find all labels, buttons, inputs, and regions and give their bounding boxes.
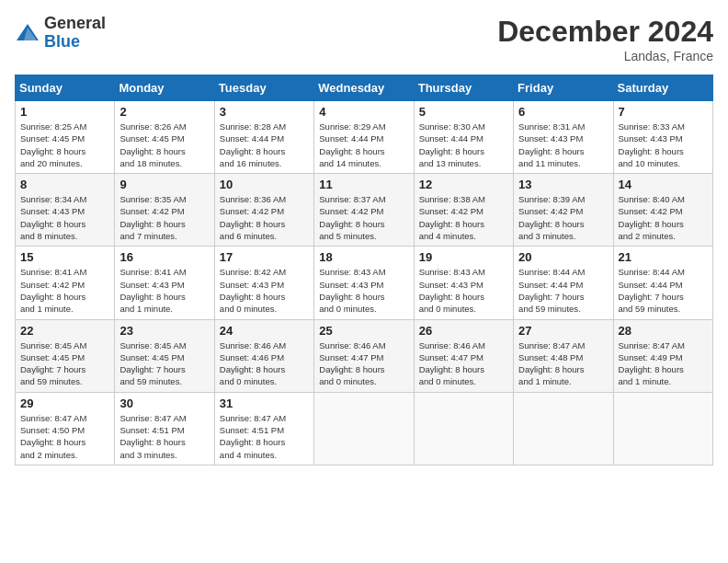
calendar-cell: 16Sunrise: 8:41 AM Sunset: 4:43 PM Dayli… bbox=[115, 247, 214, 319]
day-info: Sunrise: 8:26 AM Sunset: 4:45 PM Dayligh… bbox=[119, 121, 209, 169]
day-info: Sunrise: 8:43 AM Sunset: 4:43 PM Dayligh… bbox=[419, 266, 508, 315]
day-number: 27 bbox=[518, 324, 608, 338]
calendar-cell: 6Sunrise: 8:31 AM Sunset: 4:43 PM Daylig… bbox=[514, 101, 613, 174]
day-number: 28 bbox=[619, 324, 708, 338]
day-info: Sunrise: 8:45 AM Sunset: 4:45 PM Dayligh… bbox=[119, 339, 209, 388]
day-info: Sunrise: 8:46 AM Sunset: 4:47 PM Dayligh… bbox=[419, 339, 508, 388]
day-number: 12 bbox=[419, 178, 508, 191]
day-info: Sunrise: 8:46 AM Sunset: 4:46 PM Dayligh… bbox=[220, 339, 309, 388]
day-info: Sunrise: 8:45 AM Sunset: 4:45 PM Dayligh… bbox=[20, 339, 109, 388]
day-info: Sunrise: 8:47 AM Sunset: 4:51 PM Dayligh… bbox=[119, 412, 209, 461]
weekday-header-wednesday: Wednesday bbox=[314, 75, 414, 101]
day-number: 13 bbox=[518, 178, 608, 191]
calendar-cell: 17Sunrise: 8:42 AM Sunset: 4:43 PM Dayli… bbox=[214, 247, 313, 319]
day-info: Sunrise: 8:47 AM Sunset: 4:48 PM Dayligh… bbox=[518, 339, 608, 388]
calendar-cell: 8Sunrise: 8:34 AM Sunset: 4:43 PM Daylig… bbox=[16, 174, 115, 247]
weekday-header-friday: Friday bbox=[514, 75, 613, 101]
week-row-3: 15Sunrise: 8:41 AM Sunset: 4:42 PM Dayli… bbox=[16, 247, 713, 319]
weekday-header-row: SundayMondayTuesdayWednesdayThursdayFrid… bbox=[16, 75, 713, 101]
day-number: 20 bbox=[518, 250, 608, 264]
calendar-cell: 15Sunrise: 8:41 AM Sunset: 4:42 PM Dayli… bbox=[16, 247, 115, 319]
weekday-header-thursday: Thursday bbox=[414, 75, 513, 101]
day-info: Sunrise: 8:40 AM Sunset: 4:42 PM Dayligh… bbox=[619, 193, 708, 242]
weekday-header-monday: Monday bbox=[115, 75, 214, 101]
day-number: 25 bbox=[319, 324, 408, 338]
day-info: Sunrise: 8:37 AM Sunset: 4:42 PM Dayligh… bbox=[319, 193, 408, 242]
calendar-cell: 29Sunrise: 8:47 AM Sunset: 4:50 PM Dayli… bbox=[16, 392, 115, 465]
calendar-cell: 18Sunrise: 8:43 AM Sunset: 4:43 PM Dayli… bbox=[314, 247, 414, 319]
logo: General Blue bbox=[15, 15, 106, 52]
day-number: 17 bbox=[220, 250, 309, 264]
week-row-4: 22Sunrise: 8:45 AM Sunset: 4:45 PM Dayli… bbox=[16, 319, 713, 392]
calendar-cell: 25Sunrise: 8:46 AM Sunset: 4:47 PM Dayli… bbox=[314, 319, 414, 392]
calendar-cell: 11Sunrise: 8:37 AM Sunset: 4:42 PM Dayli… bbox=[314, 174, 414, 247]
calendar-cell bbox=[414, 392, 513, 465]
day-info: Sunrise: 8:31 AM Sunset: 4:43 PM Dayligh… bbox=[518, 121, 608, 169]
calendar-cell: 20Sunrise: 8:44 AM Sunset: 4:44 PM Dayli… bbox=[514, 247, 613, 319]
calendar-cell: 31Sunrise: 8:47 AM Sunset: 4:51 PM Dayli… bbox=[214, 392, 313, 465]
week-row-1: 1Sunrise: 8:25 AM Sunset: 4:45 PM Daylig… bbox=[16, 101, 713, 174]
day-number: 7 bbox=[619, 105, 708, 119]
calendar-cell: 7Sunrise: 8:33 AM Sunset: 4:43 PM Daylig… bbox=[613, 101, 712, 174]
day-number: 8 bbox=[20, 178, 109, 191]
calendar-cell bbox=[514, 392, 613, 465]
day-number: 30 bbox=[119, 396, 209, 410]
day-info: Sunrise: 8:44 AM Sunset: 4:44 PM Dayligh… bbox=[518, 266, 608, 315]
day-info: Sunrise: 8:47 AM Sunset: 4:50 PM Dayligh… bbox=[20, 412, 109, 461]
day-number: 1 bbox=[20, 105, 109, 119]
calendar-cell: 14Sunrise: 8:40 AM Sunset: 4:42 PM Dayli… bbox=[613, 174, 712, 247]
day-info: Sunrise: 8:35 AM Sunset: 4:42 PM Dayligh… bbox=[119, 193, 209, 242]
calendar-cell: 9Sunrise: 8:35 AM Sunset: 4:42 PM Daylig… bbox=[115, 174, 214, 247]
logo-icon bbox=[15, 20, 40, 46]
day-number: 18 bbox=[319, 250, 408, 264]
day-number: 26 bbox=[419, 324, 508, 338]
calendar-cell: 22Sunrise: 8:45 AM Sunset: 4:45 PM Dayli… bbox=[16, 319, 115, 392]
day-number: 11 bbox=[319, 178, 408, 191]
calendar-cell bbox=[314, 392, 414, 465]
calendar-cell: 26Sunrise: 8:46 AM Sunset: 4:47 PM Dayli… bbox=[414, 319, 513, 392]
logo-text: General Blue bbox=[44, 15, 106, 52]
day-number: 24 bbox=[220, 324, 309, 338]
calendar-cell: 5Sunrise: 8:30 AM Sunset: 4:44 PM Daylig… bbox=[414, 101, 513, 174]
day-info: Sunrise: 8:44 AM Sunset: 4:44 PM Dayligh… bbox=[619, 266, 708, 315]
calendar-table: SundayMondayTuesdayWednesdayThursdayFrid… bbox=[15, 75, 713, 465]
weekday-header-saturday: Saturday bbox=[613, 75, 712, 101]
calendar-cell: 1Sunrise: 8:25 AM Sunset: 4:45 PM Daylig… bbox=[16, 101, 115, 174]
day-info: Sunrise: 8:38 AM Sunset: 4:42 PM Dayligh… bbox=[419, 193, 508, 242]
day-number: 15 bbox=[20, 250, 109, 264]
day-info: Sunrise: 8:39 AM Sunset: 4:42 PM Dayligh… bbox=[518, 193, 608, 242]
day-number: 2 bbox=[119, 105, 209, 119]
day-number: 4 bbox=[319, 105, 408, 119]
day-number: 9 bbox=[119, 178, 209, 191]
day-info: Sunrise: 8:30 AM Sunset: 4:44 PM Dayligh… bbox=[419, 121, 508, 169]
day-number: 14 bbox=[619, 178, 708, 191]
day-number: 10 bbox=[220, 178, 309, 191]
day-info: Sunrise: 8:47 AM Sunset: 4:51 PM Dayligh… bbox=[220, 412, 309, 461]
calendar-cell: 21Sunrise: 8:44 AM Sunset: 4:44 PM Dayli… bbox=[613, 247, 712, 319]
day-info: Sunrise: 8:29 AM Sunset: 4:44 PM Dayligh… bbox=[319, 121, 408, 169]
weekday-header-sunday: Sunday bbox=[16, 75, 115, 101]
day-info: Sunrise: 8:28 AM Sunset: 4:44 PM Dayligh… bbox=[220, 121, 309, 169]
week-row-5: 29Sunrise: 8:47 AM Sunset: 4:50 PM Dayli… bbox=[16, 392, 713, 465]
calendar-cell: 28Sunrise: 8:47 AM Sunset: 4:49 PM Dayli… bbox=[613, 319, 712, 392]
day-number: 6 bbox=[518, 105, 608, 119]
day-number: 23 bbox=[119, 324, 209, 338]
day-number: 3 bbox=[220, 105, 309, 119]
day-info: Sunrise: 8:42 AM Sunset: 4:43 PM Dayligh… bbox=[220, 266, 309, 315]
day-info: Sunrise: 8:36 AM Sunset: 4:42 PM Dayligh… bbox=[220, 193, 309, 242]
title-block: December 2024 Landas, France bbox=[497, 15, 713, 63]
day-number: 22 bbox=[20, 324, 109, 338]
day-info: Sunrise: 8:43 AM Sunset: 4:43 PM Dayligh… bbox=[319, 266, 408, 315]
day-info: Sunrise: 8:46 AM Sunset: 4:47 PM Dayligh… bbox=[319, 339, 408, 388]
calendar-cell: 3Sunrise: 8:28 AM Sunset: 4:44 PM Daylig… bbox=[214, 101, 313, 174]
calendar-cell: 23Sunrise: 8:45 AM Sunset: 4:45 PM Dayli… bbox=[115, 319, 214, 392]
logo-blue: Blue bbox=[44, 33, 106, 52]
calendar-cell: 12Sunrise: 8:38 AM Sunset: 4:42 PM Dayli… bbox=[414, 174, 513, 247]
calendar-cell: 4Sunrise: 8:29 AM Sunset: 4:44 PM Daylig… bbox=[314, 101, 414, 174]
day-info: Sunrise: 8:41 AM Sunset: 4:43 PM Dayligh… bbox=[119, 266, 209, 315]
day-info: Sunrise: 8:25 AM Sunset: 4:45 PM Dayligh… bbox=[20, 121, 109, 169]
calendar-cell: 27Sunrise: 8:47 AM Sunset: 4:48 PM Dayli… bbox=[514, 319, 613, 392]
location: Landas, France bbox=[497, 49, 713, 63]
day-number: 5 bbox=[419, 105, 508, 119]
day-info: Sunrise: 8:34 AM Sunset: 4:43 PM Dayligh… bbox=[20, 193, 109, 242]
